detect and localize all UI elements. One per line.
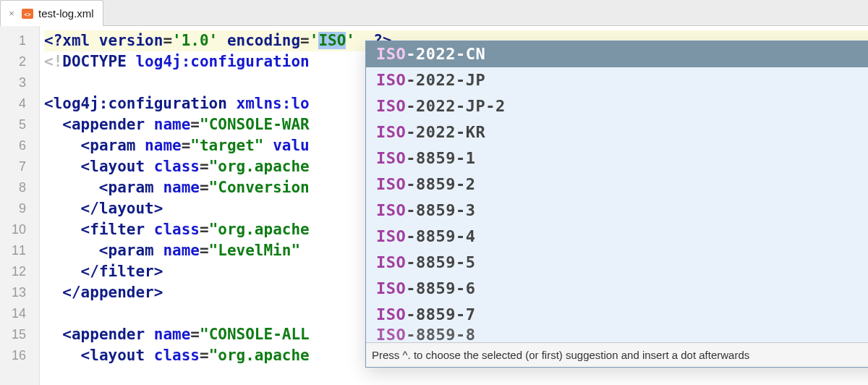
autocomplete-item[interactable]: ISO-2022-KR (366, 119, 868, 145)
autocomplete-item[interactable]: ISO-2022-JP-2 (366, 93, 868, 119)
file-tab[interactable]: × <> test-log.xml (0, 0, 103, 26)
autocomplete-item[interactable]: ISO-8859-3 (366, 198, 868, 224)
line-number: 7 (0, 156, 39, 177)
file-tab-label: test-log.xml (38, 7, 94, 20)
code-area[interactable]: <?xml version='1.0' encoding='ISO' ?><!D… (40, 26, 868, 385)
line-number: 12 (0, 261, 39, 282)
line-number: 1 (0, 30, 39, 51)
line-number: 11 (0, 240, 39, 261)
line-number: 2 (0, 51, 39, 72)
line-number: 14 (0, 303, 39, 324)
line-number: 10 (0, 219, 39, 240)
line-number: 4 (0, 93, 39, 114)
autocomplete-list[interactable]: ISO-2022-CNISO-2022-JPISO-2022-JP-2ISO-2… (366, 41, 868, 342)
autocomplete-item[interactable]: ISO-8859-6 (366, 276, 868, 302)
autocomplete-item[interactable]: ISO-8859-1 (366, 145, 868, 172)
autocomplete-hint-bar: Press ^. to choose the selected (or firs… (366, 342, 868, 367)
autocomplete-popup: ISO-2022-CNISO-2022-JPISO-2022-JP-2ISO-2… (365, 41, 868, 368)
line-number: 6 (0, 135, 39, 156)
close-icon[interactable]: × (7, 9, 17, 19)
editor-tabbar: × <> test-log.xml (0, 0, 868, 26)
line-number: 3 (0, 72, 39, 93)
autocomplete-item[interactable]: ISO-2022-JP (366, 67, 868, 93)
line-number: 16 (0, 345, 39, 366)
xml-file-icon: <> (21, 7, 34, 20)
line-number: 9 (0, 198, 39, 219)
autocomplete-item[interactable]: ISO-8859-4 (366, 224, 868, 250)
line-number: 15 (0, 324, 39, 345)
line-number: 5 (0, 114, 39, 135)
svg-text:<>: <> (24, 12, 31, 18)
autocomplete-item[interactable]: ISO-8859-2 (366, 172, 868, 198)
autocomplete-item[interactable]: ISO-8859-8 (366, 328, 868, 342)
autocomplete-item[interactable]: ISO-2022-CN (366, 41, 868, 67)
autocomplete-item[interactable]: ISO-8859-7 (366, 302, 868, 328)
line-number: 13 (0, 282, 39, 303)
autocomplete-item[interactable]: ISO-8859-5 (366, 250, 868, 276)
line-number-gutter: 12345678910111213141516 (0, 26, 40, 385)
editor-area: 12345678910111213141516 <?xml version='1… (0, 26, 868, 385)
autocomplete-hint-text: Press ^. to choose the selected (or firs… (372, 349, 749, 361)
line-number: 8 (0, 177, 39, 198)
